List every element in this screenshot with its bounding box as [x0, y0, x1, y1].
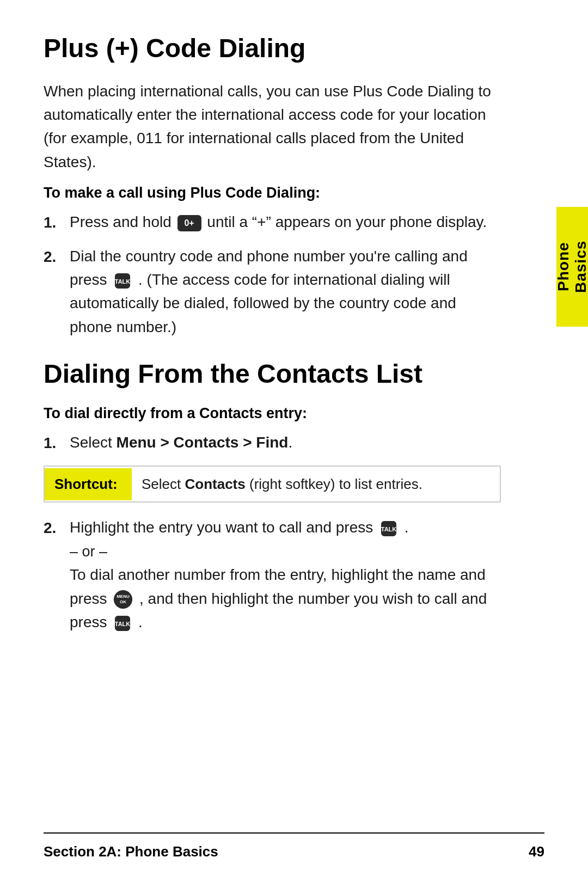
svg-text:OK: OK [120, 599, 126, 604]
shortcut-bold: Contacts [185, 476, 246, 492]
svg-text:TALK: TALK [115, 278, 131, 285]
contacts-step-number-1: 1. [44, 431, 70, 455]
step-2-after-talk: . [405, 519, 409, 536]
step-2-highlight-text: Highlight the entry you want to call and… [70, 519, 377, 536]
section-title-plus-code: Plus (+) Code Dialing [44, 33, 501, 64]
svg-text:TALK: TALK [381, 526, 397, 532]
contacts-step-1-content: Select Menu > Contacts > Find. [70, 431, 501, 454]
step-1-text-after: until a “+” appears on your phone displa… [207, 213, 487, 230]
or-separator: – or – [70, 543, 107, 560]
step-1-content: Press and hold 0+ until a “+” appears on… [70, 210, 501, 234]
menu-ok-icon: MENU OK [113, 589, 133, 610]
talk-key-icon-2: TALK [379, 519, 399, 538]
talk-key-icon-1: TALK [113, 271, 132, 291]
menu-path: Menu > Contacts > Find [117, 434, 289, 451]
steps-list-1: 1. Press and hold 0+ until a “+” appears… [44, 210, 501, 339]
step-number-2: 2. [44, 244, 70, 268]
shortcut-middle: (right softkey) [246, 476, 335, 492]
shortcut-text-before: Select [142, 476, 185, 492]
page-content: Plus (+) Code Dialing When placing inter… [0, 0, 544, 688]
shortcut-end: to list entries. [335, 476, 422, 492]
step-2-contacts: 2. Highlight the entry you want to call … [44, 516, 501, 634]
step-1-plus-code: 1. Press and hold 0+ until a “+” appears… [44, 210, 501, 234]
step-1-end: . [288, 434, 292, 451]
footer-section-label: Section 2A: Phone Basics [44, 843, 218, 860]
step-1-contacts: 1. Select Menu > Contacts > Find. [44, 431, 501, 455]
side-tab: Phone Basics [556, 207, 588, 327]
footer-page-number: 49 [529, 843, 544, 860]
contacts-step-2-content: Highlight the entry you want to call and… [70, 516, 501, 634]
intro-paragraph: When placing international calls, you ca… [44, 79, 501, 174]
step-2-content: Dial the country code and phone number y… [70, 244, 501, 339]
shortcut-content: Select Contacts (right softkey) to list … [132, 467, 432, 501]
svg-text:MENU: MENU [117, 594, 130, 599]
contacts-step-number-2: 2. [44, 516, 70, 540]
side-tab-text: Phone Basics [555, 218, 588, 316]
shortcut-label: Shortcut: [45, 468, 132, 500]
step-number-1: 1. [44, 210, 70, 234]
page-footer: Section 2A: Phone Basics 49 [44, 832, 544, 860]
shortcut-box: Shortcut: Select Contacts (right softkey… [44, 465, 501, 503]
key-0plus-icon: 0+ [177, 215, 201, 231]
step-2-plus-code: 2. Dial the country code and phone numbe… [44, 244, 501, 339]
section-title-dialing: Dialing From the Contacts List [44, 358, 501, 390]
steps-list-2: 1. Select Menu > Contacts > Find. [44, 431, 501, 455]
talk-key-icon-3: TALK [113, 614, 132, 633]
instruction-heading-1: To make a call using Plus Code Dialing: [44, 185, 501, 201]
svg-text:TALK: TALK [115, 621, 131, 627]
step-2-end: . [138, 614, 143, 630]
section-2-dialing: Dialing From the Contacts List To dial d… [44, 358, 501, 634]
step-1-text: Select [70, 434, 117, 451]
instruction-heading-2: To dial directly from a Contacts entry: [44, 405, 501, 422]
steps-list-2b: 2. Highlight the entry you want to call … [44, 516, 501, 634]
step-1-text-before: Press and hold [70, 213, 171, 230]
